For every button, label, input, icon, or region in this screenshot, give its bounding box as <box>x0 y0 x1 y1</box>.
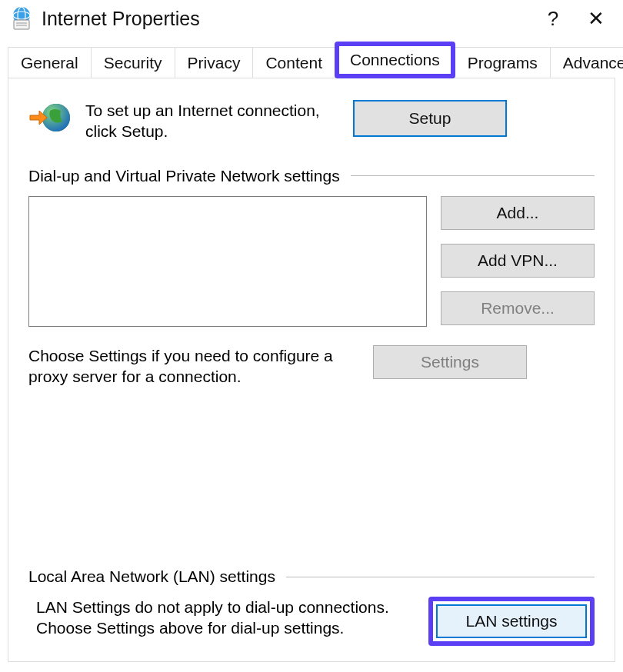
lan-button-highlight: LAN settings <box>428 597 595 646</box>
window-title: Internet Properties <box>42 8 528 30</box>
divider <box>286 577 595 577</box>
dialup-button-column: Add... Add VPN... Remove... <box>441 196 595 325</box>
setup-text: To set up an Internet connection, click … <box>85 100 339 142</box>
tab-programs[interactable]: Programs <box>455 47 551 78</box>
connections-listbox[interactable] <box>28 196 427 327</box>
titlebar: Internet Properties ? ✕ <box>0 0 623 42</box>
lan-settings-button[interactable]: LAN settings <box>436 604 587 638</box>
divider <box>351 175 595 176</box>
globe-arrow-icon <box>28 100 72 135</box>
dialup-heading: Dial-up and Virtual Private Network sett… <box>28 167 595 185</box>
lan-hint-text: LAN Settings do not apply to dial-up con… <box>28 597 415 639</box>
svg-rect-2 <box>14 20 29 29</box>
tab-connections[interactable]: Connections <box>335 42 455 78</box>
lan-heading-label: Local Area Network (LAN) settings <box>28 567 275 586</box>
tab-content[interactable]: Content <box>252 47 335 78</box>
internet-options-icon <box>9 6 34 31</box>
lan-section: Local Area Network (LAN) settings LAN Se… <box>28 567 595 646</box>
add-button[interactable]: Add... <box>441 196 595 230</box>
lan-heading: Local Area Network (LAN) settings <box>28 567 595 586</box>
add-vpn-button[interactable]: Add VPN... <box>441 244 595 278</box>
tab-strip: General Security Privacy Content Connect… <box>8 42 615 78</box>
lan-row: LAN Settings do not apply to dial-up con… <box>28 597 595 646</box>
help-button[interactable]: ? <box>535 7 571 31</box>
connection-settings-button: Settings <box>373 345 527 379</box>
proxy-hint-text: Choose Settings if you need to configure… <box>28 345 359 388</box>
dialup-heading-label: Dial-up and Virtual Private Network sett… <box>28 167 340 185</box>
close-button[interactable]: ✕ <box>578 7 614 31</box>
remove-button: Remove... <box>441 291 595 325</box>
tab-general[interactable]: General <box>8 47 92 78</box>
tab-advanced[interactable]: Advanced <box>550 47 623 78</box>
tab-privacy[interactable]: Privacy <box>175 47 254 78</box>
setup-row: To set up an Internet connection, click … <box>28 100 595 142</box>
setup-button[interactable]: Setup <box>353 100 507 137</box>
proxy-hint-row: Choose Settings if you need to configure… <box>28 345 595 388</box>
connections-panel: To set up an Internet connection, click … <box>8 78 615 662</box>
tab-security[interactable]: Security <box>91 47 175 78</box>
dialup-area: Add... Add VPN... Remove... <box>28 196 595 327</box>
